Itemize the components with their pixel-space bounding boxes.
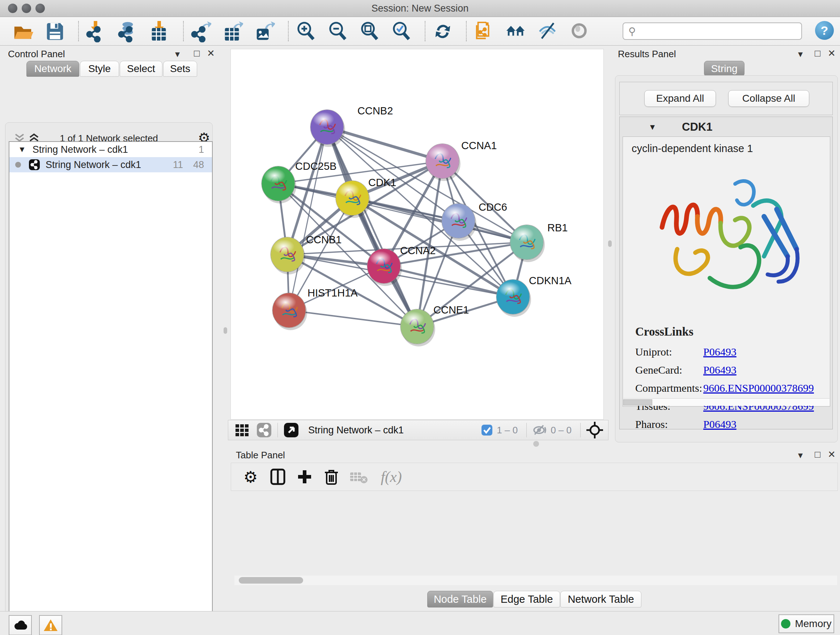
birdseye-view-icon[interactable] [283,422,300,439]
crosslink-link[interactable]: P06493 [703,346,737,358]
table-panel-collapse-icon[interactable]: ▾ [798,450,803,461]
results-hscrollbar-track[interactable] [623,398,829,406]
eye-slash-icon [537,20,558,42]
crosshair-icon[interactable] [586,421,604,439]
network-node-CCNA1[interactable] [426,144,461,181]
control-panel-float-icon[interactable]: □ [194,48,200,59]
zoom-out-button[interactable] [327,21,348,42]
crosslink-link[interactable]: P06493 [703,418,737,431]
node-label-CDKN1A: CDKN1A [529,275,572,287]
node-label-RB1: RB1 [547,222,568,233]
network-node-RB1[interactable] [510,225,545,262]
network-row[interactable]: String Network – cdk1 11 48 [9,157,212,172]
cloud-status-button[interactable] [9,615,32,635]
tab-node-table[interactable]: Node Table [427,591,493,608]
results-buttons-bar: Expand All Collapse All [619,82,833,115]
table-panel-close-icon[interactable]: ✕ [828,449,836,460]
network-share-icon[interactable] [256,422,272,439]
results-panel-collapse-icon[interactable]: ▾ [798,49,803,60]
network-view-name: String Network – cdk1 [308,424,404,436]
selected-checkbox-icon[interactable] [481,424,493,436]
results-hscrollbar-thumb[interactable] [623,399,652,405]
table-hscrollbar-thumb[interactable] [239,577,303,584]
folder-icon [12,20,33,42]
table-tabs: Node TableEdge TableNetwork Table [427,591,642,608]
zoom-in-button[interactable] [295,21,316,42]
crosslink-link[interactable]: P06493 [703,364,737,376]
network-node-CDC25B[interactable] [262,166,296,203]
import-table-button[interactable] [149,21,170,42]
hide-graphics-details-button[interactable] [537,21,558,42]
edge-CCNB2-HIST1H1A[interactable] [289,127,327,310]
network-node-CDK1[interactable] [336,181,370,218]
delete-column-trash-icon[interactable] [324,468,339,486]
table-settings-gear-icon[interactable]: ⚙ [243,468,257,486]
tab-style[interactable]: Style [80,61,119,77]
edge-HIST1H1A-CCNE1[interactable] [289,310,417,326]
network-node-HIST1H1A[interactable] [272,293,307,330]
export-image-button[interactable] [254,21,275,42]
import-table-icon [149,20,170,42]
crosslink-row: Uniprot: P06493 [635,346,823,358]
results-panel-close-icon[interactable]: ✕ [828,48,836,59]
control-panel-close-icon[interactable]: ✕ [207,48,215,59]
export-table-button[interactable] [222,21,243,42]
warning-status-button[interactable] [39,615,62,635]
apply-layout-button[interactable] [432,21,453,42]
tab-edge-table[interactable]: Edge Table [493,591,560,608]
table-panel-title: Table Panel [236,450,285,461]
gene-section-collapse-icon[interactable]: ▾ [650,121,655,133]
grid-view-icon[interactable] [235,423,251,437]
show-columns-icon[interactable] [270,468,286,486]
show-graphics-details-button[interactable] [569,21,590,42]
delete-table-icon [349,470,368,484]
node-count: 11 [173,159,183,171]
node-label-CCNE1: CCNE1 [433,304,469,316]
gene-detail-card: cyclin-dependent kinase 1 CrossLinks [622,136,830,407]
open-session-button[interactable] [12,21,33,42]
left-splitter-handle[interactable] [224,327,227,334]
network-node-CCNE1[interactable] [401,309,435,347]
import-network-icon [85,20,106,42]
search-input[interactable] [639,25,793,37]
table-panel: Table Panel ▾ □ ✕ ⚙ f(x) shared namename… [221,446,840,610]
help-button[interactable]: ? [815,21,834,40]
save-session-button[interactable] [44,21,65,42]
tab-sets[interactable]: Sets [163,61,197,77]
create-column-plus-icon[interactable] [297,469,313,485]
memory-button[interactable]: Memory [778,614,834,633]
zoom-selected-button[interactable] [391,21,412,42]
network-node-CDC6[interactable] [442,203,477,241]
crosslink-link[interactable]: 9606.ENSP00000378699 [703,382,814,394]
save-icon [44,20,65,42]
zoom-selected-icon [391,20,412,42]
open-session-home-button[interactable] [505,21,526,42]
tab-select[interactable]: Select [120,61,163,77]
zoom-fit-icon [359,20,380,42]
eye-gray-icon [569,20,590,42]
network-canvas[interactable]: CCNB2 CCNA1 CDC25B CDK1 [231,49,604,420]
clone-network-button[interactable] [473,21,494,42]
control-panel-collapse-icon[interactable]: ▾ [175,49,180,60]
expand-all-button[interactable]: Expand All [644,90,716,107]
search-field[interactable]: ⚲ [622,22,802,40]
results-panel-float-icon[interactable]: □ [815,48,821,59]
zoom-in-icon [295,20,316,42]
tab-network-table[interactable]: Network Table [561,591,641,608]
import-network-file-button[interactable] [85,21,106,42]
table-panel-float-icon[interactable]: □ [815,449,821,460]
tree-expand-icon[interactable]: ▼ [18,145,26,154]
toolbar-group-separator [78,21,79,41]
tab-network[interactable]: Network [27,61,79,77]
collapse-all-button[interactable]: Collapse All [728,90,809,107]
table-toolbar: ⚙ f(x) [231,463,838,491]
table-hscrollbar-track[interactable] [234,576,837,585]
tab-string[interactable]: String [704,61,745,77]
network-node-CDKN1A[interactable] [496,279,531,317]
crosslink-row: GeneCard: P06493 [635,364,823,376]
zoom-fit-button[interactable] [359,21,380,42]
export-network-button[interactable] [190,21,211,42]
import-network-database-button[interactable] [117,21,138,42]
node-label-CDK1: CDK1 [368,177,396,188]
network-collection-row[interactable]: ▼ String Network – cdk1 1 [9,142,212,157]
